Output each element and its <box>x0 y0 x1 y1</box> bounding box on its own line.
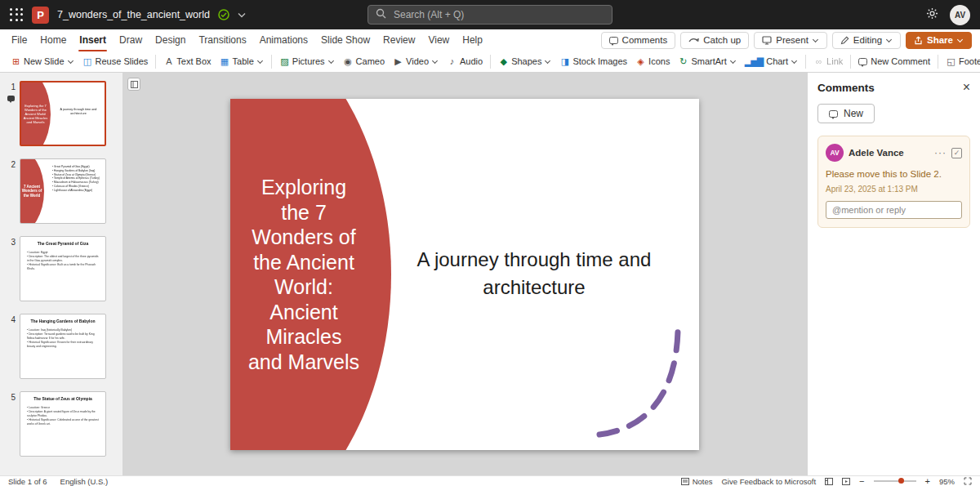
slide-thumbnail-4[interactable]: 4The Hanging Gardens of BabylonLocation:… <box>0 314 122 379</box>
chevron-down-icon <box>432 58 439 65</box>
ribbon-stock-images[interactable]: ◨Stock Images <box>555 54 631 69</box>
menu-tabs: FileHomeInsertDrawDesignTransitionsAnima… <box>5 31 489 49</box>
menu-tab-slide-show[interactable]: Slide Show <box>314 31 376 49</box>
new-comment-icon <box>858 58 867 65</box>
thumbnail-content: Exploring the 7 Wonders of the Ancient W… <box>21 82 106 146</box>
zoom-slider-knob[interactable] <box>898 478 904 484</box>
slide-thumbnail-3[interactable]: 3The Great Pyramid of GizaLocation: Egyp… <box>0 236 122 301</box>
chevron-down-icon <box>957 37 964 43</box>
more-options-icon[interactable]: ··· <box>934 147 947 158</box>
catch-up-button[interactable]: Catch up <box>680 32 749 49</box>
slide-canvas[interactable]: Exploring the 7 Wonders of the Ancient W… <box>230 99 699 450</box>
slide-subtitle[interactable]: A journey through time and architecture <box>408 246 661 301</box>
thumbnail-content: The Statue of Zeus at OlympiaLocation: G… <box>20 392 105 456</box>
ribbon-text-box[interactable]: AText Box <box>159 54 215 69</box>
menu-tab-draw[interactable]: Draw <box>113 31 149 49</box>
thumbnail-bullets: Location: Iraq (historically Babylon)Des… <box>27 328 100 349</box>
slide-thumbnail-2[interactable]: 27 Ancient Wonders of the WorldGreat Pyr… <box>0 158 122 224</box>
language-selector[interactable]: English (U.S.) <box>60 477 109 486</box>
slideshow-view-icon[interactable] <box>842 478 850 485</box>
zoom-out-button[interactable]: − <box>859 476 864 486</box>
editing-pencil-icon <box>840 36 849 45</box>
menu-tab-view[interactable]: View <box>421 31 456 49</box>
ribbon-pictures[interactable]: ▨Pictures <box>275 54 339 69</box>
ribbon-audio[interactable]: ♪Audio <box>443 54 487 69</box>
thumbnail-title: Exploring the 7 Wonders of the Ancient W… <box>23 82 49 146</box>
search-input[interactable] <box>392 8 604 21</box>
slide-comment-badge[interactable] <box>7 96 15 101</box>
zoom-in-button[interactable]: + <box>925 476 930 486</box>
zoom-slider[interactable] <box>874 480 916 482</box>
feedback-link[interactable]: Give Feedback to Microsoft <box>721 477 816 486</box>
reply-input[interactable] <box>826 201 962 219</box>
chart-icon: ▂▅▇ <box>745 57 763 66</box>
ribbon-chart[interactable]: ▂▅▇Chart <box>741 54 802 69</box>
close-icon[interactable]: × <box>963 81 970 94</box>
new-comment-button[interactable]: New <box>817 104 875 123</box>
thumbnail-preview: The Hanging Gardens of BabylonLocation: … <box>20 314 106 379</box>
menu-tab-home[interactable]: Home <box>33 31 73 49</box>
ribbon-separator <box>271 55 272 69</box>
menu-tab-help[interactable]: Help <box>456 31 489 49</box>
shapes-icon: ◆ <box>498 57 508 66</box>
menu-tab-review[interactable]: Review <box>376 31 421 49</box>
ribbon-smartart[interactable]: ↻SmartArt <box>674 54 740 69</box>
footer-icon: ◱ <box>946 57 956 66</box>
thumbnail-content: The Great Pyramid of GizaLocation: Egypt… <box>20 237 105 301</box>
present-button[interactable]: Present <box>754 32 827 49</box>
menu-tab-animations[interactable]: Animations <box>253 31 314 49</box>
chevron-down-icon <box>791 58 798 65</box>
settings-gear-icon[interactable] <box>926 7 938 23</box>
slide-thumbnail-1[interactable]: 1Exploring the 7 Wonders of the Ancient … <box>0 81 122 146</box>
comments-panel-title: Comments <box>817 82 875 94</box>
collapse-pane-button[interactable] <box>127 78 140 91</box>
catch-up-icon <box>688 36 699 44</box>
resolve-comment-icon[interactable]: ✓ <box>951 148 962 158</box>
slide-title[interactable]: Exploring the 7 Wonders of the Ancient W… <box>238 99 369 450</box>
slide-thumbnail-5[interactable]: 5The Statue of Zeus at OlympiaLocation: … <box>0 391 122 457</box>
ribbon-shapes[interactable]: ◆Shapes <box>494 54 555 69</box>
document-title[interactable]: 7_wonders_of_the_ancient_world <box>57 9 210 20</box>
thumbnail-bullet: Description: The oldest and largest of t… <box>27 254 100 262</box>
ribbon-stock-images-label: Stock Images <box>572 56 627 66</box>
normal-view-icon[interactable] <box>825 478 833 485</box>
thumbnail-content: 7 Ancient Wonders of the WorldGreat Pyra… <box>20 159 105 223</box>
ribbon-cameo[interactable]: ◉Cameo <box>339 54 389 69</box>
menu-tab-insert[interactable]: Insert <box>73 31 113 49</box>
new-comment-label: New <box>844 108 863 119</box>
file-menu-chevron-icon[interactable] <box>238 12 246 18</box>
search-bar[interactable] <box>368 5 612 25</box>
ribbon-video[interactable]: ▶Video <box>389 54 443 69</box>
share-button[interactable]: Share <box>906 32 972 49</box>
ribbon-cameo-label: Cameo <box>356 56 385 66</box>
menu-bar: FileHomeInsertDrawDesignTransitionsAnima… <box>0 29 980 51</box>
thumbnail-preview: 7 Ancient Wonders of the WorldGreat Pyra… <box>20 158 106 224</box>
zoom-level[interactable]: 95% <box>939 477 955 486</box>
comments-button[interactable]: Comments <box>601 32 676 49</box>
ribbon-separator <box>938 55 938 69</box>
ribbon-reuse-slides[interactable]: ◫Reuse Slides <box>78 54 153 69</box>
thumbnail-bullets: Great Pyramid of Giza (Egypt)Hanging Gar… <box>52 165 103 192</box>
ribbon-footer[interactable]: ◱Footer <box>942 54 980 69</box>
account-avatar[interactable]: AV <box>950 5 970 25</box>
thumbnail-bullets: Location: EgyptDescription: The oldest a… <box>27 251 100 271</box>
link-icon: ∞ <box>813 57 823 66</box>
editing-mode-button[interactable]: Editing <box>832 32 901 49</box>
chevron-down-icon <box>730 58 737 65</box>
powerpoint-icon[interactable]: P <box>32 7 49 24</box>
notes-label: Notes <box>693 477 713 486</box>
menu-tab-file[interactable]: File <box>5 31 33 49</box>
slide-info: Slide 1 of 6 <box>8 477 47 486</box>
ribbon-table-label: Table <box>233 56 254 66</box>
menu-tab-design[interactable]: Design <box>149 31 192 49</box>
comment-card[interactable]: AV Adele Vance ··· ✓ Please move this to… <box>817 136 970 228</box>
app-launcher-icon[interactable] <box>10 8 24 22</box>
menu-tab-transitions[interactable]: Transitions <box>192 31 252 49</box>
notes-button[interactable]: Notes <box>681 477 713 486</box>
ribbon-icons[interactable]: ◈Icons <box>631 54 674 69</box>
ribbon-new-slide[interactable]: ⊞New Slide <box>7 54 78 69</box>
fit-to-window-icon[interactable] <box>964 477 972 485</box>
ribbon-new-comment[interactable]: New Comment <box>854 54 934 69</box>
comment-text: Please move this to Slide 2. <box>826 168 962 181</box>
ribbon-table[interactable]: ▦Table <box>216 54 268 69</box>
